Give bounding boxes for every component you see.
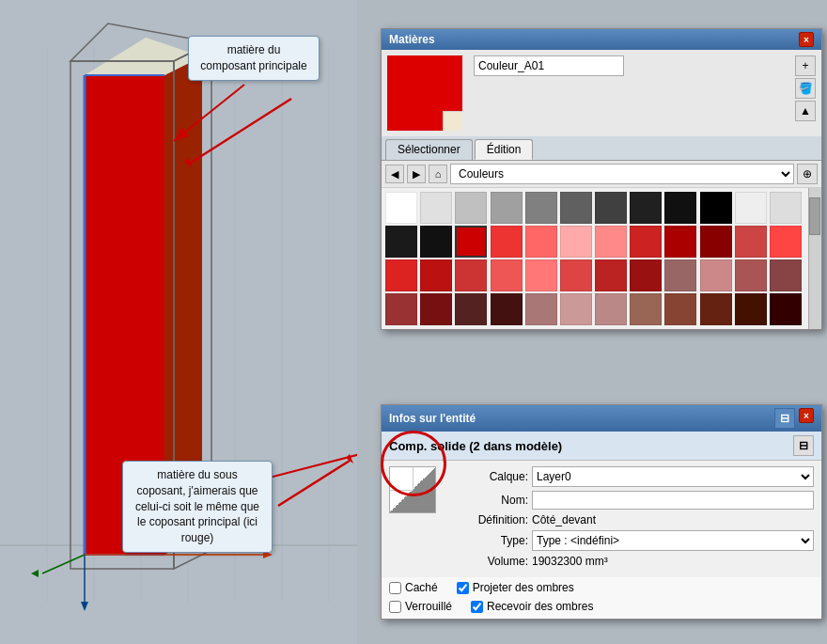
cache-checkbox[interactable]: [389, 582, 401, 594]
tab-edition[interactable]: Édition: [475, 139, 534, 160]
color-swatch-sw15[interactable]: Couleur_002: [455, 226, 487, 258]
verrouille-checkbox-pair: Verrouillé: [389, 600, 452, 613]
color-swatch-sw34[interactable]: [700, 259, 732, 291]
scroll-up-icon[interactable]: ▲: [795, 101, 816, 121]
matieres-panel: Matières × + 🪣 ▲ Sélectionner Édition ◀ …: [381, 28, 822, 330]
material-category-select[interactable]: Couleurs: [450, 164, 794, 184]
color-swatch-sw46[interactable]: [700, 293, 732, 325]
color-swatch-sw31[interactable]: [595, 259, 627, 291]
nom-label: Nom:: [444, 494, 528, 507]
color-swatch-sw5[interactable]: [525, 192, 557, 224]
color-swatch-sw26[interactable]: [420, 259, 452, 291]
color-swatch-sw19[interactable]: [595, 226, 627, 258]
matieres-title: Matières: [389, 33, 435, 46]
entity-close-button[interactable]: ×: [799, 408, 814, 423]
color-swatch-sw7[interactable]: [595, 192, 627, 224]
color-swatch-sw3[interactable]: [455, 192, 487, 224]
color-grid: Couleur_002: [382, 188, 806, 329]
color-swatch-sw2[interactable]: [420, 192, 452, 224]
callout-bottom: matière du sous coposant, j'aimerais que…: [122, 461, 273, 553]
definition-row: Définition: Côté_devant: [444, 513, 814, 526]
nom-row: Nom:: [444, 491, 814, 510]
color-swatch-sw25[interactable]: [385, 259, 417, 291]
recevoir-checkbox-pair: Recevoir des ombres: [471, 600, 593, 613]
color-swatch-sw12[interactable]: [770, 192, 802, 224]
nav-extra-button[interactable]: ⊕: [797, 164, 818, 184]
color-swatch-sw1[interactable]: [385, 192, 417, 224]
projeter-checkbox[interactable]: [457, 582, 469, 594]
color-swatch-sw40[interactable]: [491, 293, 523, 325]
color-swatch-sw47[interactable]: [735, 293, 767, 325]
nav-forward-button[interactable]: ▶: [407, 165, 426, 183]
callout-top: matière du composant principale: [188, 36, 320, 81]
definition-label: Définition:: [444, 513, 528, 526]
color-swatch-sw42[interactable]: [560, 293, 592, 325]
verrouille-label: Verrouillé: [405, 600, 452, 613]
color-swatch-sw41[interactable]: [525, 293, 557, 325]
entity-fields: Calque: Layer0 Nom: Définition: Côté_dev…: [436, 466, 814, 572]
color-preview-swatch: [387, 55, 462, 131]
verrouille-checkbox[interactable]: [389, 601, 401, 613]
type-select[interactable]: Type : <indéfini>: [532, 530, 814, 551]
color-swatch-sw36[interactable]: [770, 259, 802, 291]
color-swatch-sw23[interactable]: [735, 226, 767, 258]
color-swatch-sw37[interactable]: [385, 293, 417, 325]
color-swatch-sw45[interactable]: [664, 293, 696, 325]
entity-checkboxes-2: Verrouillé Recevoir des ombres: [382, 600, 821, 619]
color-swatch-sw14[interactable]: [420, 226, 452, 258]
material-tabs: Sélectionner Édition: [382, 136, 821, 161]
color-swatch-sw44[interactable]: [630, 293, 662, 325]
color-swatch-sw33[interactable]: [664, 259, 696, 291]
color-swatch-sw16[interactable]: [491, 226, 523, 258]
recevoir-checkbox[interactable]: [471, 601, 483, 613]
material-scrollbar[interactable]: [808, 188, 821, 329]
projeter-label: Projeter des ombres: [473, 581, 574, 594]
nav-home-button[interactable]: ⌂: [429, 165, 447, 183]
projeter-checkbox-pair: Projeter des ombres: [457, 581, 574, 594]
color-swatch-sw20[interactable]: [630, 226, 662, 258]
color-swatch-sw10[interactable]: [700, 192, 732, 224]
color-swatch-sw4[interactable]: [491, 192, 523, 224]
color-swatch-sw39[interactable]: [455, 293, 487, 325]
entity-dock2-button[interactable]: ⊟: [793, 435, 814, 456]
entity-checkboxes: Caché Projeter des ombres: [382, 577, 821, 600]
volume-label: Volume:: [444, 555, 528, 568]
color-swatch-sw24[interactable]: [770, 226, 802, 258]
color-swatch-sw21[interactable]: [664, 226, 696, 258]
recevoir-label: Recevoir des ombres: [487, 600, 593, 613]
color-swatch-sw43[interactable]: [595, 293, 627, 325]
color-swatch-sw13[interactable]: [385, 226, 417, 258]
scrollbar-thumb: [809, 197, 820, 235]
add-material-button[interactable]: +: [795, 55, 816, 76]
color-swatch-sw35[interactable]: [735, 259, 767, 291]
color-swatch-sw28[interactable]: [491, 259, 523, 291]
nav-back-button[interactable]: ◀: [385, 165, 404, 183]
color-swatch-sw27[interactable]: [455, 259, 487, 291]
volume-value: 19032300 mm³: [532, 555, 608, 568]
entity-material-preview[interactable]: [389, 466, 436, 513]
entity-subtitle: Comp. solide (2 dans modèle) ⊟: [382, 432, 821, 461]
color-swatch-sw30[interactable]: [560, 259, 592, 291]
color-swatch-sw17[interactable]: [525, 226, 557, 258]
paint-bucket-icon[interactable]: 🪣: [795, 78, 816, 99]
color-name-input[interactable]: [474, 55, 624, 76]
color-swatch-sw9[interactable]: [664, 192, 696, 224]
color-swatch-sw32[interactable]: [630, 259, 662, 291]
color-swatch-sw48[interactable]: [770, 293, 802, 325]
color-swatch-sw6[interactable]: [560, 192, 592, 224]
nom-input[interactable]: [532, 491, 814, 510]
tab-selectionner[interactable]: Sélectionner: [385, 139, 473, 160]
calque-label: Calque:: [444, 470, 528, 483]
color-grid-area: Couleur_002: [382, 188, 821, 329]
color-swatch-sw38[interactable]: [420, 293, 452, 325]
matieres-close-button[interactable]: ×: [799, 32, 814, 47]
entity-content: Calque: Layer0 Nom: Définition: Côté_dev…: [382, 461, 821, 577]
entity-title: Infos sur l'entité: [389, 412, 476, 425]
color-swatch-sw8[interactable]: [630, 192, 662, 224]
entity-dock-button[interactable]: ⊟: [774, 408, 795, 429]
color-swatch-sw29[interactable]: [525, 259, 557, 291]
color-swatch-sw22[interactable]: [700, 226, 732, 258]
calque-select[interactable]: Layer0: [532, 466, 814, 487]
color-swatch-sw18[interactable]: [560, 226, 592, 258]
color-swatch-sw11[interactable]: [735, 192, 767, 224]
